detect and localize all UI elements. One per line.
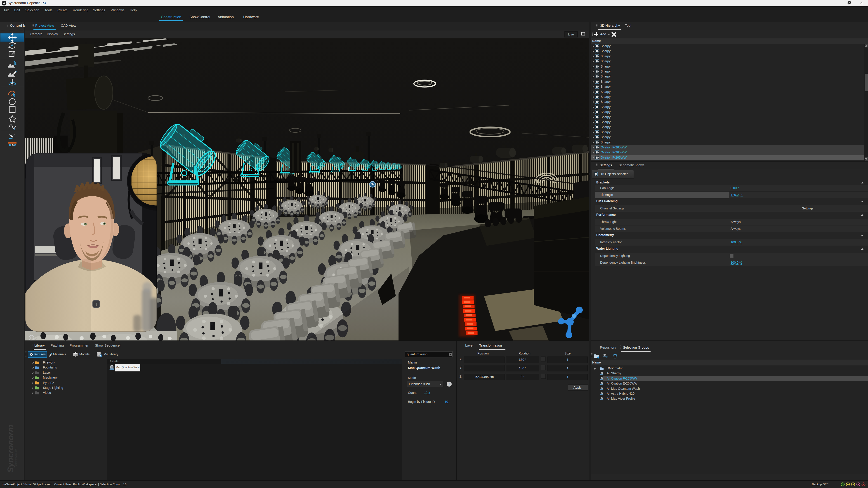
svg-text:f: f (14, 127, 16, 130)
svg-text:dji: dji (95, 303, 97, 306)
svg-text:FX: FX (852, 484, 855, 486)
